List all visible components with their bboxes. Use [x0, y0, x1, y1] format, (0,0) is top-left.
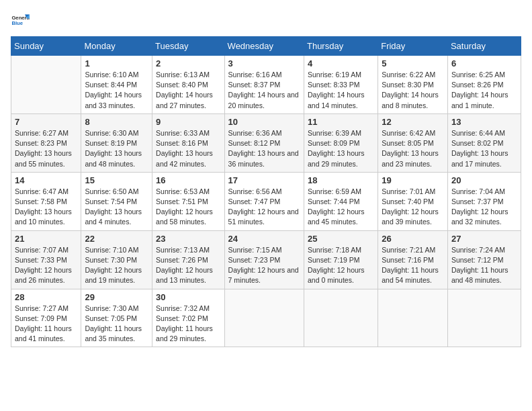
day-info: Sunrise: 7:18 AMSunset: 7:19 PMDaylight:…	[308, 245, 374, 286]
day-info: Sunrise: 6:39 AMSunset: 8:09 PMDaylight:…	[308, 128, 374, 169]
calendar-day-cell	[378, 289, 448, 347]
calendar-week-row: 14Sunrise: 6:47 AMSunset: 7:58 PMDayligh…	[11, 172, 521, 230]
day-info: Sunrise: 7:07 AMSunset: 7:33 PMDaylight:…	[15, 245, 77, 286]
calendar-day-cell: 6Sunrise: 6:25 AMSunset: 8:26 PMDaylight…	[447, 56, 521, 114]
calendar-day-cell: 26Sunrise: 7:21 AMSunset: 7:16 PMDayligh…	[378, 230, 448, 289]
day-info: Sunrise: 7:24 AMSunset: 7:12 PMDaylight:…	[451, 245, 517, 286]
day-number: 25	[308, 234, 374, 244]
day-info: Sunrise: 6:16 AMSunset: 8:37 PMDaylight:…	[228, 70, 300, 111]
day-number: 29	[85, 292, 148, 302]
calendar-day-cell: 5Sunrise: 6:22 AMSunset: 8:30 PMDaylight…	[378, 56, 448, 114]
day-number: 22	[85, 234, 148, 244]
calendar-table: SundayMondayTuesdayWednesdayThursdayFrid…	[11, 36, 521, 347]
day-number: 26	[382, 234, 444, 244]
day-info: Sunrise: 6:47 AMSunset: 7:58 PMDaylight:…	[15, 187, 77, 228]
calendar-day-cell	[304, 289, 378, 347]
day-info: Sunrise: 7:21 AMSunset: 7:16 PMDaylight:…	[382, 245, 444, 286]
day-number: 15	[85, 175, 148, 185]
weekday-header: Tuesday	[152, 37, 224, 56]
day-info: Sunrise: 7:15 AMSunset: 7:23 PMDaylight:…	[228, 245, 300, 286]
day-info: Sunrise: 7:32 AMSunset: 7:02 PMDaylight:…	[156, 304, 220, 345]
day-number: 13	[451, 117, 517, 127]
calendar-day-cell: 20Sunrise: 7:04 AMSunset: 7:37 PMDayligh…	[447, 172, 521, 230]
page-header: General Blue	[11, 11, 521, 30]
weekday-header: Friday	[378, 37, 448, 56]
day-number: 16	[156, 175, 220, 185]
day-info: Sunrise: 7:30 AMSunset: 7:05 PMDaylight:…	[85, 304, 148, 345]
day-number: 21	[15, 234, 77, 244]
day-info: Sunrise: 6:59 AMSunset: 7:44 PMDaylight:…	[308, 187, 374, 228]
day-number: 17	[228, 175, 300, 185]
day-info: Sunrise: 6:53 AMSunset: 7:51 PMDaylight:…	[156, 187, 220, 228]
calendar-day-cell: 18Sunrise: 6:59 AMSunset: 7:44 PMDayligh…	[304, 172, 378, 230]
weekday-header: Monday	[81, 37, 152, 56]
calendar-day-cell: 11Sunrise: 6:39 AMSunset: 8:09 PMDayligh…	[304, 113, 378, 172]
calendar-day-cell: 9Sunrise: 6:33 AMSunset: 8:16 PMDaylight…	[152, 113, 224, 172]
calendar-day-cell: 8Sunrise: 6:30 AMSunset: 8:19 PMDaylight…	[81, 113, 152, 172]
weekday-header: Wednesday	[224, 37, 304, 56]
day-number: 28	[15, 292, 77, 302]
day-info: Sunrise: 6:27 AMSunset: 8:23 PMDaylight:…	[15, 128, 77, 169]
weekday-header: Sunday	[11, 37, 81, 56]
day-number: 14	[15, 175, 77, 185]
calendar-day-cell: 7Sunrise: 6:27 AMSunset: 8:23 PMDaylight…	[11, 113, 81, 172]
day-number: 24	[228, 234, 300, 244]
day-number: 1	[85, 58, 148, 68]
day-number: 9	[156, 117, 220, 127]
day-number: 27	[451, 234, 517, 244]
calendar-day-cell: 10Sunrise: 6:36 AMSunset: 8:12 PMDayligh…	[224, 113, 304, 172]
day-info: Sunrise: 7:13 AMSunset: 7:26 PMDaylight:…	[156, 245, 220, 286]
calendar-day-cell: 27Sunrise: 7:24 AMSunset: 7:12 PMDayligh…	[447, 230, 521, 289]
calendar-day-cell: 3Sunrise: 6:16 AMSunset: 8:37 PMDaylight…	[224, 56, 304, 114]
weekday-header: Thursday	[304, 37, 378, 56]
calendar-header-row: SundayMondayTuesdayWednesdayThursdayFrid…	[11, 37, 521, 56]
calendar-day-cell: 22Sunrise: 7:10 AMSunset: 7:30 PMDayligh…	[81, 230, 152, 289]
day-info: Sunrise: 6:56 AMSunset: 7:47 PMDaylight:…	[228, 187, 300, 228]
day-info: Sunrise: 6:19 AMSunset: 8:33 PMDaylight:…	[308, 70, 374, 111]
calendar-day-cell: 17Sunrise: 6:56 AMSunset: 7:47 PMDayligh…	[224, 172, 304, 230]
calendar-day-cell: 21Sunrise: 7:07 AMSunset: 7:33 PMDayligh…	[11, 230, 81, 289]
day-info: Sunrise: 6:36 AMSunset: 8:12 PMDaylight:…	[228, 128, 300, 169]
calendar-day-cell: 13Sunrise: 6:44 AMSunset: 8:02 PMDayligh…	[447, 113, 521, 172]
day-info: Sunrise: 7:10 AMSunset: 7:30 PMDaylight:…	[85, 245, 148, 286]
calendar-week-row: 28Sunrise: 7:27 AMSunset: 7:09 PMDayligh…	[11, 289, 521, 347]
calendar-week-row: 1Sunrise: 6:10 AMSunset: 8:44 PMDaylight…	[11, 56, 521, 114]
calendar-day-cell: 14Sunrise: 6:47 AMSunset: 7:58 PMDayligh…	[11, 172, 81, 230]
calendar-day-cell: 4Sunrise: 6:19 AMSunset: 8:33 PMDaylight…	[304, 56, 378, 114]
day-number: 18	[308, 175, 374, 185]
day-number: 4	[308, 58, 374, 68]
calendar-week-row: 21Sunrise: 7:07 AMSunset: 7:33 PMDayligh…	[11, 230, 521, 289]
day-info: Sunrise: 7:27 AMSunset: 7:09 PMDaylight:…	[15, 304, 77, 345]
day-info: Sunrise: 6:10 AMSunset: 8:44 PMDaylight:…	[85, 70, 148, 111]
calendar-day-cell: 24Sunrise: 7:15 AMSunset: 7:23 PMDayligh…	[224, 230, 304, 289]
day-info: Sunrise: 6:22 AMSunset: 8:30 PMDaylight:…	[382, 70, 444, 111]
weekday-header: Saturday	[447, 37, 521, 56]
logo: General Blue	[11, 11, 30, 30]
day-info: Sunrise: 6:44 AMSunset: 8:02 PMDaylight:…	[451, 128, 517, 169]
day-number: 23	[156, 234, 220, 244]
day-info: Sunrise: 6:42 AMSunset: 8:05 PMDaylight:…	[382, 128, 444, 169]
logo-icon: General Blue	[11, 11, 30, 30]
calendar-day-cell	[447, 289, 521, 347]
day-number: 19	[382, 175, 444, 185]
day-info: Sunrise: 7:01 AMSunset: 7:40 PMDaylight:…	[382, 187, 444, 228]
day-number: 3	[228, 58, 300, 68]
day-info: Sunrise: 6:33 AMSunset: 8:16 PMDaylight:…	[156, 128, 220, 169]
calendar-day-cell: 25Sunrise: 7:18 AMSunset: 7:19 PMDayligh…	[304, 230, 378, 289]
calendar-day-cell: 16Sunrise: 6:53 AMSunset: 7:51 PMDayligh…	[152, 172, 224, 230]
day-number: 8	[85, 117, 148, 127]
day-info: Sunrise: 6:25 AMSunset: 8:26 PMDaylight:…	[451, 70, 517, 111]
day-number: 2	[156, 58, 220, 68]
calendar-day-cell: 28Sunrise: 7:27 AMSunset: 7:09 PMDayligh…	[11, 289, 81, 347]
day-number: 6	[451, 58, 517, 68]
day-number: 12	[382, 117, 444, 127]
calendar-day-cell: 19Sunrise: 7:01 AMSunset: 7:40 PMDayligh…	[378, 172, 448, 230]
calendar-day-cell: 29Sunrise: 7:30 AMSunset: 7:05 PMDayligh…	[81, 289, 152, 347]
calendar-day-cell: 23Sunrise: 7:13 AMSunset: 7:26 PMDayligh…	[152, 230, 224, 289]
day-info: Sunrise: 6:30 AMSunset: 8:19 PMDaylight:…	[85, 128, 148, 169]
day-number: 10	[228, 117, 300, 127]
calendar-day-cell: 1Sunrise: 6:10 AMSunset: 8:44 PMDaylight…	[81, 56, 152, 114]
calendar-week-row: 7Sunrise: 6:27 AMSunset: 8:23 PMDaylight…	[11, 113, 521, 172]
calendar-day-cell: 15Sunrise: 6:50 AMSunset: 7:54 PMDayligh…	[81, 172, 152, 230]
svg-text:Blue: Blue	[11, 20, 23, 26]
